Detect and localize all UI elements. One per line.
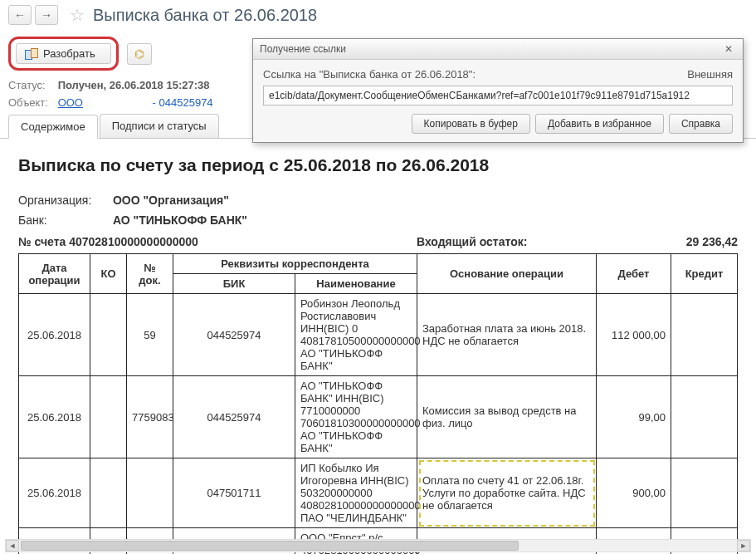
table-row[interactable]: 25.06.20187759083044525974АО "ТИНЬКОФФ Б… bbox=[19, 376, 738, 458]
col-name: Наименование bbox=[295, 274, 417, 294]
cell-credit bbox=[671, 458, 738, 528]
parse-button-highlight: Разобрать bbox=[8, 37, 119, 71]
status-label: Статус: bbox=[8, 79, 55, 91]
get-link-dialog: Получение ссылки ✕ Ссылка на "Выписка ба… bbox=[252, 38, 744, 143]
incoming-balance-value: 29 236,42 bbox=[646, 235, 738, 248]
parse-button-label: Разобрать bbox=[43, 47, 95, 60]
cell-date: 25.06.2018 bbox=[19, 294, 90, 376]
cell-credit bbox=[671, 294, 738, 376]
parse-button[interactable]: Разобрать bbox=[16, 43, 111, 64]
cell-name: Робинзон Леопольд Ростиславович ИНН(BIC)… bbox=[295, 294, 417, 376]
bank-label: Банк: bbox=[18, 213, 110, 227]
col-reason: Основание операции bbox=[417, 254, 597, 294]
parse-icon bbox=[25, 48, 38, 60]
add-to-favorites-button[interactable]: Добавить в избранное bbox=[535, 114, 664, 134]
col-doc: № док. bbox=[127, 254, 173, 294]
cell-debit: 112 000,00 bbox=[597, 294, 671, 376]
nav-forward-button[interactable]: → bbox=[35, 5, 58, 25]
scroll-right-button[interactable]: ► bbox=[737, 540, 750, 552]
favorite-star-icon[interactable]: ☆ bbox=[70, 5, 85, 25]
dialog-link-input[interactable] bbox=[263, 86, 733, 105]
tab-signatures[interactable]: Подписи и статусы bbox=[100, 114, 219, 138]
cell-ko bbox=[90, 294, 127, 376]
horizontal-scrollbar[interactable]: ◄ ► bbox=[5, 539, 751, 552]
cell-bik: 047501711 bbox=[173, 458, 295, 528]
tab-content[interactable]: Содержимое bbox=[8, 115, 98, 139]
cell-debit: 99,00 bbox=[597, 376, 671, 458]
page-title: Выписка банка от 26.06.2018 bbox=[93, 6, 317, 25]
status-value: Получен, 26.06.2018 15:27:38 bbox=[58, 79, 210, 91]
structure-button[interactable]: ⌬ bbox=[127, 43, 152, 65]
cell-credit bbox=[671, 376, 738, 458]
scroll-left-button[interactable]: ◄ bbox=[6, 540, 19, 552]
bank-value: АО "ТИНЬКОФФ БАНК" bbox=[113, 213, 247, 227]
cell-reason: Комиссия за вывод средств на физ. лицо bbox=[417, 376, 597, 458]
cell-ko bbox=[90, 376, 127, 458]
help-button[interactable]: Справка bbox=[669, 114, 733, 134]
object-label: Объект: bbox=[8, 96, 55, 109]
col-bik: БИК bbox=[173, 274, 295, 294]
col-date: Дата операции bbox=[19, 254, 90, 294]
account-number: № счета 40702810000000000000 bbox=[18, 235, 417, 248]
cell-date: 25.06.2018 bbox=[19, 458, 90, 528]
cell-reason: Оплата по счету 41 от 22.06.18г. Услуги … bbox=[417, 458, 597, 528]
cell-doc: 7759083 bbox=[127, 376, 173, 458]
cell-debit: 900,00 bbox=[597, 458, 671, 528]
dialog-external-label: Внешняя bbox=[687, 68, 733, 81]
cell-bik: 044525974 bbox=[173, 294, 295, 376]
organization-value: ООО "Организация" bbox=[113, 194, 229, 207]
cell-doc: 59 bbox=[127, 294, 173, 376]
nav-back-button[interactable]: ← bbox=[8, 5, 32, 25]
dialog-link-label: Ссылка на "Выписка банка от 26.06.2018": bbox=[263, 68, 687, 81]
cell-ko bbox=[90, 458, 127, 528]
cell-doc bbox=[127, 458, 173, 528]
incoming-balance-label: Входящий остаток: bbox=[417, 235, 646, 248]
cell-name: ИП Кобылко Ия Игогоревна ИНН(BIC) 503200… bbox=[295, 458, 417, 528]
statement-table: Дата операции КО № док. Реквизиты коррес… bbox=[18, 253, 738, 554]
dialog-close-button[interactable]: ✕ bbox=[721, 43, 736, 55]
scroll-thumb[interactable] bbox=[21, 541, 519, 551]
col-credit: Кредит bbox=[671, 254, 738, 294]
table-row[interactable]: 25.06.201859044525974Робинзон Леопольд Р… bbox=[19, 294, 738, 376]
cell-name: АО "ТИНЬКОФФ БАНК" ИНН(BIC) 7710000000 7… bbox=[295, 376, 417, 458]
col-debit: Дебет bbox=[597, 254, 671, 294]
col-ko: КО bbox=[90, 254, 127, 294]
object-link[interactable]: ООО bbox=[58, 96, 83, 109]
statement-title: Выписка по счету за период с 25.06.2018 … bbox=[18, 155, 738, 175]
cell-reason: Заработная плата за июнь 2018. НДС не об… bbox=[417, 294, 597, 376]
cell-bik: 044525974 bbox=[173, 376, 295, 458]
dialog-title: Получение ссылки bbox=[260, 43, 721, 55]
cell-date: 25.06.2018 bbox=[19, 376, 90, 458]
col-correspondent: Реквизиты корреспондента bbox=[173, 254, 417, 274]
copy-to-clipboard-button[interactable]: Копировать в буфер bbox=[412, 114, 530, 134]
organization-label: Организация: bbox=[18, 194, 110, 207]
table-row[interactable]: 25.06.2018047501711ИП Кобылко Ия Игогоре… bbox=[19, 458, 738, 528]
object-extra: - 044525974 bbox=[153, 96, 213, 109]
